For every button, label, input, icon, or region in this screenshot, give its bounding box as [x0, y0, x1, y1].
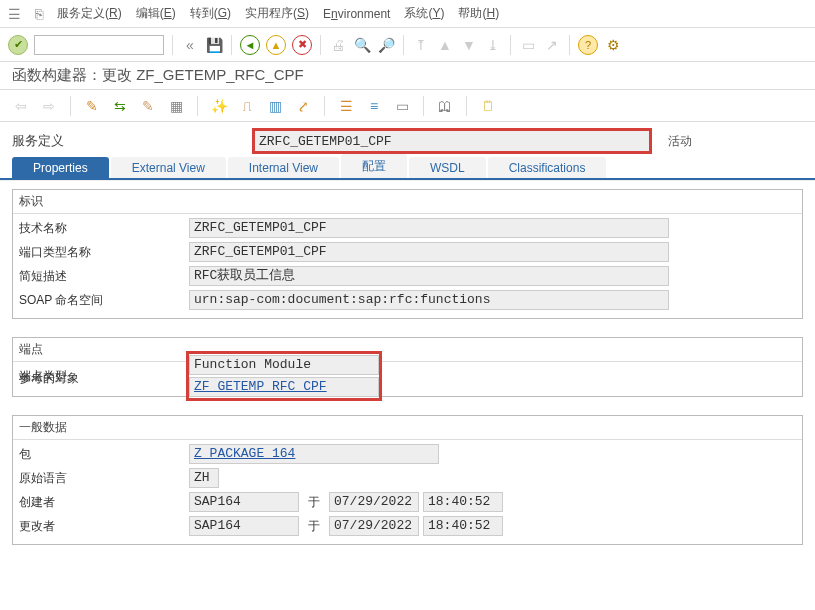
block-icon[interactable]: ▥	[266, 97, 284, 115]
arrow-out-icon[interactable]: ⤤	[294, 97, 312, 115]
row-language: 原始语言 ZH	[19, 466, 796, 490]
group-identification: 标识 技术名称 ZRFC_GETEMP01_CPF 端口类型名称 ZRFC_GE…	[12, 189, 803, 319]
new-session-icon: ▭	[519, 36, 537, 54]
menu-environment[interactable]: Environment	[323, 7, 390, 21]
value-ref-object[interactable]: ZF_GETEMP_RFC_CPF	[189, 377, 379, 397]
row-ref-object: 参考的对象	[19, 366, 796, 390]
shortcut-icon: ↗	[543, 36, 561, 54]
menubar: ☰ ⎘ 服务定义(R) 编辑(E) 转到(G) 实用程序(S) Environm…	[0, 0, 815, 28]
customize-icon[interactable]: ⚙	[604, 36, 622, 54]
new-window-icon[interactable]: ⎘	[35, 6, 43, 22]
value-created-by[interactable]: SAP164	[189, 492, 299, 512]
window-title-text: 函数构建器：更改 ZF_GETEMP_RFC_CPF	[12, 66, 304, 85]
manual-icon[interactable]: 🕮	[436, 97, 454, 115]
menu-system[interactable]: 系统(Y)	[404, 5, 444, 22]
menu-edit[interactable]: 编辑(E)	[136, 5, 176, 22]
toolbar-sep	[231, 35, 232, 55]
value-created-date[interactable]: 07/29/2022	[329, 492, 419, 512]
activate-icon[interactable]: ▦	[167, 97, 185, 115]
value-changed-by[interactable]: SAP164	[189, 516, 299, 536]
row-package: 包 Z_PACKAGE_164	[19, 442, 796, 466]
candle-icon[interactable]: ⎍	[238, 97, 256, 115]
where-used-icon[interactable]: ≡	[365, 97, 383, 115]
toolbar-sep	[423, 96, 424, 116]
wand-icon[interactable]: ✨	[210, 97, 228, 115]
tab-properties[interactable]: Properties	[12, 157, 109, 178]
value-package[interactable]: Z_PACKAGE_164	[189, 444, 439, 464]
row-port-type: 端口类型名称 ZRFC_GETEMP01_CPF	[19, 240, 796, 264]
value-soap-ns[interactable]: urn:sap-com:document:sap:rfc:functions	[189, 290, 669, 310]
check-icon[interactable]: ✎	[139, 97, 157, 115]
tab-classifications[interactable]: Classifications	[488, 157, 607, 178]
tree-icon[interactable]: ☰	[337, 97, 355, 115]
tab-wsdl[interactable]: WSDL	[409, 157, 486, 178]
first-page-icon: ⤒	[412, 36, 430, 54]
print-icon: 🖨	[329, 36, 347, 54]
help-button[interactable]: ?	[578, 35, 598, 55]
find-next-icon: 🔎	[377, 36, 395, 54]
display-change-icon[interactable]: ✎	[83, 97, 101, 115]
value-tech-name[interactable]: ZRFC_GETEMP01_CPF	[189, 218, 669, 238]
value-endpoint-type[interactable]: Function Module	[189, 355, 379, 375]
label-package: 包	[19, 446, 189, 463]
note-icon[interactable]: 🗒	[479, 97, 497, 115]
toolbar-sep	[510, 35, 511, 55]
service-def-status: 活动	[668, 133, 692, 150]
object-list-icon[interactable]: ▭	[393, 97, 411, 115]
nav-forward-icon: ⇨	[40, 97, 58, 115]
group-endpoint-title: 端点	[13, 338, 802, 362]
row-soap-ns: SOAP 命名空间 urn:sap-com:document:sap:rfc:f…	[19, 288, 796, 312]
toolbar-sep	[324, 96, 325, 116]
toolbar-sep	[70, 96, 71, 116]
group-general: 一般数据 包 Z_PACKAGE_164 原始语言 ZH 创建者 SAP164 …	[12, 415, 803, 545]
prev-page-icon: ▲	[436, 36, 454, 54]
menu-toggle-icon[interactable]: ☰	[8, 6, 21, 22]
other-object-icon[interactable]: ⇆	[111, 97, 129, 115]
toolbar-sep	[569, 35, 570, 55]
service-def-row: 服务定义 ZRFC_GETEMP01_CPF 活动	[0, 122, 815, 156]
group-general-title: 一般数据	[13, 416, 802, 440]
label-tech-name: 技术名称	[19, 220, 189, 237]
nav-back-icon: ⇦	[12, 97, 30, 115]
menu-utilities[interactable]: 实用程序(S)	[245, 5, 309, 22]
window-title: 函数构建器：更改 ZF_GETEMP_RFC_CPF	[0, 62, 815, 90]
toolbar-sep	[197, 96, 198, 116]
exit-button[interactable]: ▲	[266, 35, 286, 55]
value-short-desc[interactable]: RFC获取员工信息	[189, 266, 669, 286]
toolbar-sep	[403, 35, 404, 55]
label-short-desc: 简短描述	[19, 268, 189, 285]
toolbar-sep	[320, 35, 321, 55]
label-created-on: 于	[299, 494, 329, 511]
tab-config[interactable]: 配置	[341, 154, 407, 178]
menu-help[interactable]: 帮助(H)	[458, 5, 499, 22]
value-port-type[interactable]: ZRFC_GETEMP01_CPF	[189, 242, 669, 262]
cancel-button[interactable]: ✖	[292, 35, 312, 55]
group-identification-title: 标识	[13, 190, 802, 214]
value-created-time[interactable]: 18:40:52	[423, 492, 503, 512]
row-created-by: 创建者 SAP164 于 07/29/2022 18:40:52	[19, 490, 796, 514]
sub-toolbar: ⇦ ⇨ ✎ ⇆ ✎ ▦ ✨ ⎍ ▥ ⤤ ☰ ≡ ▭ 🕮 🗒	[0, 90, 815, 122]
value-changed-date[interactable]: 07/29/2022	[329, 516, 419, 536]
service-def-value: ZRFC_GETEMP01_CPF	[255, 134, 392, 149]
tab-internal-view[interactable]: Internal View	[228, 157, 339, 178]
service-def-field[interactable]: ZRFC_GETEMP01_CPF	[252, 128, 652, 154]
label-soap-ns: SOAP 命名空间	[19, 292, 189, 309]
row-short-desc: 简短描述 RFC获取员工信息	[19, 264, 796, 288]
back-button[interactable]: ◄	[240, 35, 260, 55]
command-field[interactable]	[34, 35, 164, 55]
row-tech-name: 技术名称 ZRFC_GETEMP01_CPF	[19, 216, 796, 240]
label-language: 原始语言	[19, 470, 189, 487]
tab-external-view[interactable]: External View	[111, 157, 226, 178]
back-double-icon[interactable]: «	[181, 36, 199, 54]
value-language[interactable]: ZH	[189, 468, 219, 488]
last-page-icon: ⤓	[484, 36, 502, 54]
label-port-type: 端口类型名称	[19, 244, 189, 261]
save-icon[interactable]: 💾	[205, 36, 223, 54]
label-changed-by: 更改者	[19, 518, 189, 535]
highlight-endpoint: Function Module ZF_GETEMP_RFC_CPF	[189, 354, 379, 398]
menu-goto[interactable]: 转到(G)	[190, 5, 231, 22]
tabstrip: Properties External View Internal View 配…	[0, 156, 815, 180]
menu-service-def[interactable]: 服务定义(R)	[57, 5, 122, 22]
value-changed-time[interactable]: 18:40:52	[423, 516, 503, 536]
enter-button[interactable]: ✔	[8, 35, 28, 55]
